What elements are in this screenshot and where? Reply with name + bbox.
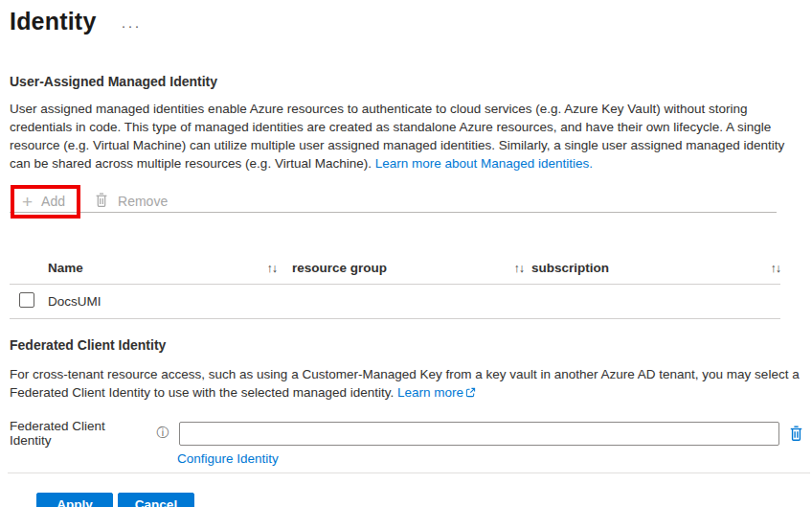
toolbar-divider bbox=[10, 212, 777, 213]
sort-icon[interactable]: ↑↓ bbox=[771, 262, 781, 275]
more-options-icon[interactable]: ··· bbox=[122, 18, 142, 33]
apply-button[interactable]: Apply bbox=[36, 493, 113, 507]
federated-identity-field-label: Federated Client Identity bbox=[10, 419, 150, 448]
uami-learn-more-link[interactable]: Learn more about Managed identities. bbox=[375, 156, 593, 171]
uami-description: User assigned managed identities enable … bbox=[10, 100, 807, 173]
page-header: Identity ··· bbox=[10, 8, 804, 35]
footer-actions: Apply Cancel bbox=[36, 493, 804, 507]
trash-icon bbox=[94, 192, 109, 211]
remove-button[interactable]: Remove bbox=[94, 192, 168, 211]
sort-icon[interactable]: ↑↓ bbox=[514, 262, 525, 275]
add-button-label: Add bbox=[41, 194, 65, 209]
federated-identity-input[interactable] bbox=[179, 422, 780, 446]
sort-icon[interactable]: ↑↓ bbox=[267, 262, 278, 275]
row-name-cell: DocsUMI bbox=[48, 294, 292, 309]
uami-toolbar: + Add Remove bbox=[10, 184, 804, 219]
column-header-resource-group-label: resource group bbox=[292, 261, 387, 275]
add-button-highlight-box: + Add bbox=[11, 185, 80, 219]
identity-table: Name ↑↓ resource group ↑↓ subscription ↑… bbox=[10, 252, 780, 319]
table-row[interactable]: DocsUMI bbox=[10, 285, 780, 319]
cancel-button[interactable]: Cancel bbox=[118, 493, 194, 507]
column-header-subscription-label: subscription bbox=[531, 261, 609, 275]
column-header-name-label: Name bbox=[48, 261, 83, 275]
column-header-name[interactable]: Name ↑↓ bbox=[48, 261, 292, 275]
identity-page: Identity ··· User-Assigned Managed Ident… bbox=[0, 0, 812, 507]
page-title: Identity bbox=[10, 8, 97, 35]
remove-button-label: Remove bbox=[118, 194, 168, 209]
bottom-divider bbox=[8, 472, 810, 473]
uami-section-heading: User-Assigned Managed Identity bbox=[10, 74, 804, 89]
delete-federated-identity-button[interactable] bbox=[788, 425, 804, 442]
column-header-resource-group[interactable]: resource group ↑↓ bbox=[292, 261, 531, 275]
add-button[interactable]: + Add bbox=[22, 193, 65, 211]
info-icon[interactable]: ⓘ bbox=[157, 425, 169, 442]
configure-identity-link[interactable]: Configure Identity bbox=[177, 451, 279, 466]
federated-identity-field-row: Federated Client Identity ⓘ bbox=[10, 419, 804, 448]
federated-learn-more-link[interactable]: Learn more bbox=[397, 385, 463, 400]
row-checkbox-cell bbox=[10, 292, 48, 311]
plus-icon: + bbox=[22, 193, 33, 211]
federated-description: For cross-tenant resource access, such a… bbox=[10, 365, 807, 403]
row-select-checkbox[interactable] bbox=[19, 292, 34, 308]
federated-section-heading: Federated Client Identity bbox=[10, 337, 804, 353]
external-link-icon bbox=[465, 384, 476, 403]
column-header-subscription[interactable]: subscription ↑↓ bbox=[531, 261, 780, 275]
table-header-row: Name ↑↓ resource group ↑↓ subscription ↑… bbox=[10, 252, 780, 285]
